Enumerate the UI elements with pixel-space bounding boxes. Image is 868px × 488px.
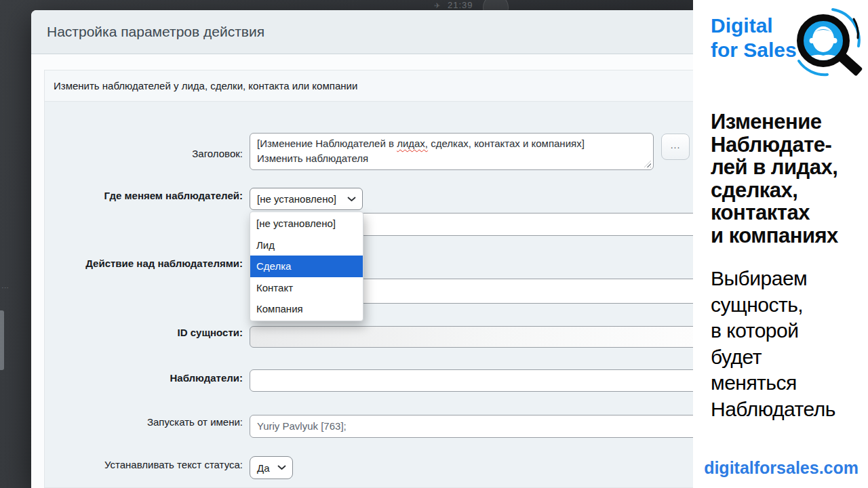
dropdown-option-company[interactable]: Компания: [250, 298, 363, 320]
screen: ✈ 21:39 ··· Настройка параметров действи…: [0, 0, 868, 488]
brand-name: Digital for Sales: [711, 14, 797, 62]
background-artifact: ···: [1, 283, 9, 291]
label-title: Заголовок:: [68, 148, 243, 159]
promo-site-link[interactable]: digitalforsales.com: [704, 458, 859, 478]
title-line-1: [Изменение Наблюдателей в лидах, сделках…: [257, 136, 646, 151]
entity-select-value: [не установлено]: [257, 193, 336, 205]
promo-heading: Изменение Наблюдате- лей в лидах, сделка…: [711, 110, 838, 247]
chevron-down-icon: [347, 197, 356, 202]
dropdown-option-lead[interactable]: Лид: [250, 235, 363, 256]
status-text-value: Да: [257, 462, 270, 474]
entity-select[interactable]: [не установлено]: [250, 188, 363, 210]
label-observers: Наблюдатели:: [68, 372, 243, 384]
label-status-text: Устанавливать текст статуса:: [68, 459, 243, 470]
title-line-2: Изменить наблюдателя: [257, 151, 646, 166]
dialog-title: Настройка параметров действия: [47, 10, 264, 54]
label-entity: Где меняем наблюдателей:: [68, 190, 243, 201]
status-text-select[interactable]: Да: [250, 456, 293, 479]
activity-panel-title: Изменить наблюдателей у лида, сделки, ко…: [54, 70, 357, 101]
entity-id-input[interactable]: [250, 326, 705, 348]
dialog-header: Настройка параметров действия: [31, 10, 705, 54]
airplane-mode-icon: ✈: [434, 1, 440, 10]
background-scrollbar: [0, 310, 4, 370]
taskbar-clock: 21:39: [448, 0, 473, 10]
misspelled-word: лидах,: [397, 138, 428, 149]
title-textarea[interactable]: [Изменение Наблюдателей в лидах, сделках…: [250, 133, 654, 170]
title-more-button[interactable]: ...: [661, 134, 690, 160]
label-run-as: Запускать от имени:: [68, 416, 243, 428]
observers-input[interactable]: [250, 369, 705, 392]
magnifier-face-logo-icon: [788, 4, 864, 81]
promo-sidebar: Digital for Sales Изменение Наблюдате- л…: [693, 0, 868, 488]
promo-subtext: Выбираем сущность, в которой будет менят…: [711, 266, 835, 422]
run-as-input[interactable]: Yuriy Pavlyuk [763];: [250, 415, 705, 438]
dropdown-option-deal[interactable]: Сделка: [250, 256, 363, 277]
entity-dropdown-list: [не установлено] Лид Сделка Контакт Комп…: [250, 211, 363, 321]
activity-panel-header: Изменить наблюдателей у лида, сделки, ко…: [45, 70, 705, 102]
label-action: Действие над наблюдателями:: [68, 258, 243, 269]
dropdown-option-contact[interactable]: Контакт: [250, 277, 363, 299]
chevron-down-icon: [277, 465, 286, 470]
dropdown-option-not-set[interactable]: [не установлено]: [250, 213, 363, 235]
label-entity-id: ID сущности:: [68, 327, 243, 338]
